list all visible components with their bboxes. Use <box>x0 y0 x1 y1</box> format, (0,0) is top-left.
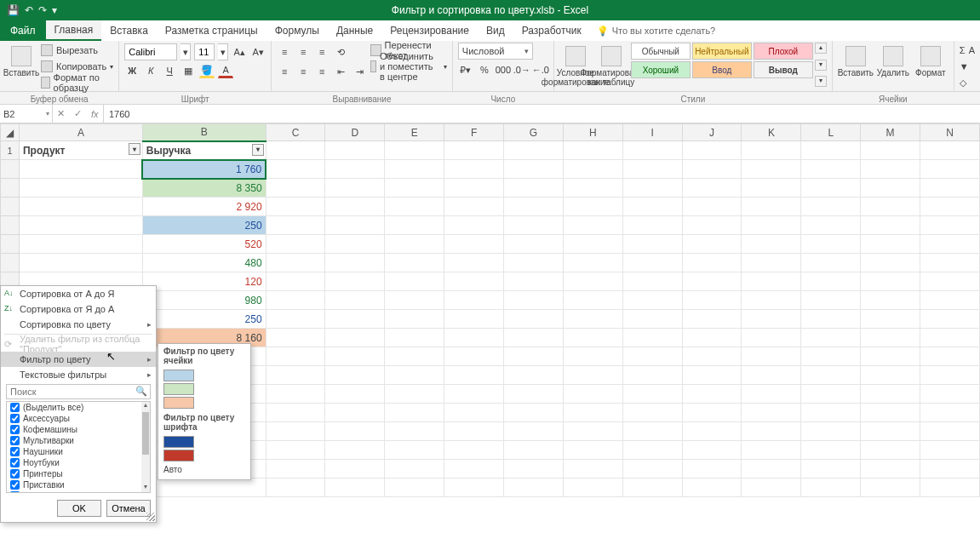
cell[interactable] <box>920 404 980 422</box>
cell[interactable] <box>801 272 861 291</box>
cell[interactable] <box>742 422 801 441</box>
cell[interactable] <box>742 160 801 179</box>
tab-view[interactable]: Вид <box>478 20 513 41</box>
style-normal[interactable]: Обычный <box>631 43 691 60</box>
cancel-fx-icon[interactable]: ✕ <box>57 108 65 119</box>
cell[interactable] <box>444 422 504 441</box>
column-header-M[interactable]: M <box>861 124 920 141</box>
filter-item[interactable]: Принтеры <box>7 468 150 479</box>
cell[interactable] <box>801 141 861 160</box>
cell[interactable] <box>742 347 801 366</box>
cell[interactable] <box>622 179 682 198</box>
cell[interactable] <box>563 216 622 235</box>
cell[interactable] <box>563 404 622 422</box>
redo-icon[interactable]: ↷ <box>38 4 47 16</box>
cell[interactable] <box>325 460 385 479</box>
cell[interactable] <box>622 347 682 366</box>
cell[interactable] <box>385 460 444 479</box>
orientation-icon[interactable]: ⟲ <box>333 44 348 60</box>
italic-button[interactable]: К <box>143 63 158 78</box>
checkbox[interactable] <box>10 480 20 490</box>
fill-button[interactable]: ▼ <box>960 59 975 74</box>
cell[interactable] <box>325 254 385 272</box>
cell[interactable] <box>742 479 801 497</box>
cell[interactable] <box>325 160 385 179</box>
column-header-D[interactable]: D <box>325 124 385 141</box>
cell[interactable] <box>142 479 266 497</box>
cell[interactable] <box>742 329 801 347</box>
cell[interactable] <box>266 272 325 291</box>
cell[interactable] <box>385 422 444 441</box>
checkbox[interactable] <box>10 458 20 467</box>
cell[interactable] <box>444 385 504 404</box>
column-header-L[interactable]: L <box>801 124 861 141</box>
cell[interactable] <box>742 404 801 422</box>
cell-B1[interactable]: Выручка▾ <box>142 141 266 160</box>
cell[interactable] <box>266 460 325 479</box>
cell[interactable] <box>563 291 622 310</box>
cell[interactable] <box>682 160 742 179</box>
cell[interactable] <box>801 441 861 460</box>
checkbox[interactable] <box>10 425 20 434</box>
tab-formulas[interactable]: Формулы <box>266 20 328 41</box>
cell[interactable] <box>682 385 742 404</box>
cell[interactable] <box>19 254 142 272</box>
cell[interactable] <box>325 404 385 422</box>
cell[interactable] <box>861 254 920 272</box>
cell[interactable] <box>266 347 325 366</box>
cell[interactable] <box>801 385 861 404</box>
qat-dropdown-icon[interactable]: ▾ <box>52 4 57 16</box>
tell-me[interactable]: 💡Что вы хотите сделать? <box>597 20 716 41</box>
cell[interactable] <box>801 310 861 329</box>
cell[interactable] <box>742 310 801 329</box>
cell[interactable] <box>920 310 980 329</box>
cell[interactable] <box>742 272 801 291</box>
cell[interactable] <box>801 366 861 385</box>
cell[interactable] <box>861 198 920 216</box>
cell[interactable] <box>622 235 682 254</box>
cell[interactable] <box>861 479 920 497</box>
format-painter-button[interactable]: Формат по образцу <box>41 75 113 90</box>
decrease-font-icon[interactable]: A▾ <box>250 44 266 60</box>
cell[interactable] <box>563 179 622 198</box>
column-header-G[interactable]: G <box>504 124 564 141</box>
tab-home[interactable]: Главная <box>46 20 102 41</box>
cell[interactable] <box>504 198 564 216</box>
filter-item[interactable]: Кофемашины <box>7 424 150 435</box>
cell[interactable] <box>920 179 980 198</box>
format-as-table-button[interactable]: Форматировать как таблицу <box>595 43 628 87</box>
cell[interactable] <box>801 216 861 235</box>
row-header[interactable] <box>1 198 20 216</box>
cell[interactable] <box>861 310 920 329</box>
cell[interactable] <box>444 160 504 179</box>
cell[interactable] <box>742 385 801 404</box>
cell[interactable] <box>622 272 682 291</box>
cell[interactable] <box>861 160 920 179</box>
cell[interactable] <box>325 291 385 310</box>
align-left-icon[interactable]: ≡ <box>277 64 292 79</box>
undo-icon[interactable]: ↶ <box>25 4 33 16</box>
cut-button[interactable]: Вырезать <box>41 43 113 58</box>
autosum-button[interactable]: ΣA <box>960 43 975 58</box>
cell[interactable] <box>861 141 920 160</box>
cell[interactable] <box>385 479 444 497</box>
cell[interactable] <box>920 198 980 216</box>
cell[interactable] <box>622 254 682 272</box>
cell[interactable] <box>444 404 504 422</box>
tab-data[interactable]: Данные <box>328 20 381 41</box>
column-header-A[interactable]: A <box>19 124 142 141</box>
cell[interactable] <box>385 441 444 460</box>
row-header[interactable]: 1 <box>1 141 20 160</box>
cell[interactable] <box>325 347 385 366</box>
cell[interactable] <box>325 366 385 385</box>
cell-B3[interactable]: 8 350 <box>142 179 266 198</box>
cell[interactable] <box>682 329 742 347</box>
cell[interactable] <box>861 460 920 479</box>
cell[interactable] <box>682 366 742 385</box>
cell[interactable] <box>920 347 980 366</box>
cell[interactable] <box>920 460 980 479</box>
filter-item[interactable]: Ноутбуки <box>7 457 150 468</box>
cell[interactable] <box>266 160 325 179</box>
cell[interactable] <box>385 216 444 235</box>
cell[interactable] <box>325 272 385 291</box>
